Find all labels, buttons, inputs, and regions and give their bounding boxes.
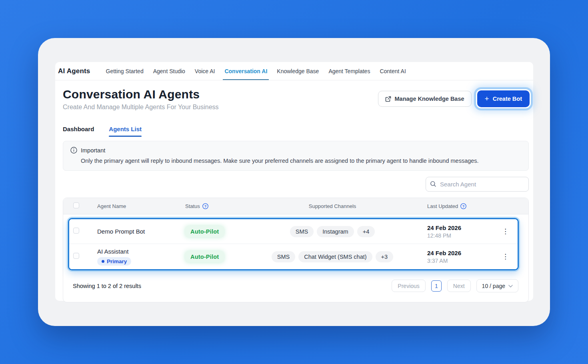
page-size-value: 10 / page <box>482 283 505 289</box>
svg-text:?: ? <box>204 204 207 208</box>
create-bot-button[interactable]: + Create Bot <box>477 90 530 107</box>
search-input[interactable] <box>426 177 529 192</box>
column-status-label: Status <box>185 203 200 209</box>
row-checkbox[interactable] <box>73 253 79 259</box>
status-cell: Auto-Pilot <box>183 226 246 237</box>
channel-chip: Instagram <box>317 226 354 237</box>
results-summary: Showing 1 to 2 of 2 results <box>73 283 141 289</box>
nav-item-conversation-ai[interactable]: Conversation AI <box>224 62 267 80</box>
external-link-icon <box>385 96 391 102</box>
manage-knowledge-base-button[interactable]: Manage Knowledge Base <box>378 91 472 107</box>
last-updated-cell: 24 Feb 2026 3:37 AM <box>418 250 494 264</box>
channel-more-chip[interactable]: +3 <box>376 251 394 262</box>
agent-name: Demo Prompt Bot <box>97 228 183 235</box>
row-actions-cell: ⋮ <box>494 226 518 236</box>
last-updated-time: 12:48 PM <box>427 232 494 239</box>
sub-tabs: Dashboard Agents List <box>63 126 533 137</box>
search-box <box>426 177 529 192</box>
tab-agents-list[interactable]: Agents List <box>109 126 142 137</box>
page-header: Conversation AI Agents Create And Manage… <box>55 80 533 111</box>
row-checkbox-cell <box>69 253 90 260</box>
channel-chip: SMS <box>272 251 295 262</box>
important-notice: Important Only the primary agent will re… <box>63 141 529 171</box>
header-checkbox-cell <box>63 202 90 210</box>
page-number-button[interactable]: 1 <box>431 280 442 292</box>
header-actions: Manage Knowledge Base + Create Bot <box>378 90 530 107</box>
last-updated-help-icon[interactable]: ? <box>460 203 466 209</box>
search-row <box>55 177 529 192</box>
status-cell: Auto-Pilot <box>183 251 246 262</box>
agent-name-cell: Demo Prompt Bot <box>90 228 183 235</box>
column-agent-name: Agent Name <box>90 203 183 209</box>
channel-more-chip[interactable]: +4 <box>357 226 375 237</box>
last-updated-time: 3:37 AM <box>427 258 494 264</box>
app-card: AI Agents Getting Started Agent Studio V… <box>38 38 550 326</box>
kebab-menu-icon[interactable]: ⋮ <box>500 226 512 236</box>
create-bot-label: Create Bot <box>493 96 522 102</box>
kebab-menu-icon[interactable]: ⋮ <box>500 252 512 262</box>
top-nav: AI Agents Getting Started Agent Studio V… <box>55 62 533 80</box>
table-row[interactable]: AI Assistant Primary Auto-Pilot SMS Chat… <box>69 244 518 269</box>
status-badge: Auto-Pilot <box>185 251 224 262</box>
primary-badge: Primary <box>97 257 131 266</box>
column-supported-channels: Supported Channels <box>246 203 418 209</box>
search-icon <box>430 181 436 187</box>
page-title-block: Conversation AI Agents Create And Manage… <box>63 88 219 111</box>
column-last-updated-label: Last Updated <box>427 203 458 209</box>
last-updated-cell: 24 Feb 2026 12:48 PM <box>418 224 494 239</box>
column-supported-channels-label: Supported Channels <box>309 203 356 209</box>
pagination: Previous 1 Next 10 / page <box>392 279 518 292</box>
nav-item-voice-ai[interactable]: Voice AI <box>195 62 215 80</box>
next-page-button[interactable]: Next <box>447 280 471 292</box>
primary-badge-label: Primary <box>107 258 127 264</box>
selected-rows-highlight: Demo Prompt Bot Auto-Pilot SMS Instagram… <box>68 218 519 270</box>
nav-item-agent-studio[interactable]: Agent Studio <box>153 62 185 80</box>
tab-dashboard[interactable]: Dashboard <box>63 126 94 137</box>
nav-item-agent-templates[interactable]: Agent Templates <box>328 62 370 80</box>
app-brand: AI Agents <box>58 67 90 75</box>
previous-page-button[interactable]: Previous <box>392 280 425 292</box>
info-circle-icon <box>70 147 77 154</box>
notice-title: Important <box>81 147 105 154</box>
notice-header: Important <box>70 147 521 154</box>
agent-name-cell: AI Assistant Primary <box>90 248 183 266</box>
notice-body: Only the primary agent will reply to inb… <box>81 158 521 164</box>
main-panel: AI Agents Getting Started Agent Studio V… <box>55 62 533 301</box>
page-title: Conversation AI Agents <box>63 88 219 101</box>
row-checkbox-cell <box>69 228 90 235</box>
channels-cell: SMS Instagram +4 <box>246 226 418 237</box>
svg-text:?: ? <box>462 204 465 208</box>
channel-chip: Chat Widget (SMS chat) <box>298 251 372 262</box>
plus-icon: + <box>485 95 489 102</box>
channels-cell: SMS Chat Widget (SMS chat) +3 <box>246 251 418 262</box>
status-badge: Auto-Pilot <box>185 226 224 237</box>
status-help-icon[interactable]: ? <box>202 203 208 209</box>
column-last-updated: Last Updated ? <box>418 203 504 209</box>
row-actions-cell: ⋮ <box>494 252 518 262</box>
table-header-row: Agent Name Status ? Supported Channels <box>63 198 528 214</box>
nav-item-content-ai[interactable]: Content AI <box>380 62 406 80</box>
select-all-checkbox[interactable] <box>73 202 79 208</box>
primary-dot-icon <box>102 260 104 263</box>
row-checkbox[interactable] <box>73 228 79 234</box>
agents-table: Agent Name Status ? Supported Channels <box>63 198 529 302</box>
page-subtitle: Create And Manage Multiple Agents For Yo… <box>63 104 219 111</box>
table-footer: Showing 1 to 2 of 2 results Previous 1 N… <box>63 270 528 302</box>
manage-knowledge-base-label: Manage Knowledge Base <box>395 96 464 102</box>
chevron-down-icon <box>508 284 513 288</box>
nav-item-knowledge-base[interactable]: Knowledge Base <box>277 62 319 80</box>
last-updated-date: 24 Feb 2026 <box>427 224 494 231</box>
nav-item-getting-started[interactable]: Getting Started <box>106 62 144 80</box>
page-size-select[interactable]: 10 / page <box>476 279 518 292</box>
last-updated-date: 24 Feb 2026 <box>427 250 494 256</box>
column-status: Status ? <box>183 203 246 209</box>
channel-chip: SMS <box>290 226 314 237</box>
agent-name: AI Assistant <box>97 248 183 255</box>
table-row[interactable]: Demo Prompt Bot Auto-Pilot SMS Instagram… <box>69 219 518 244</box>
